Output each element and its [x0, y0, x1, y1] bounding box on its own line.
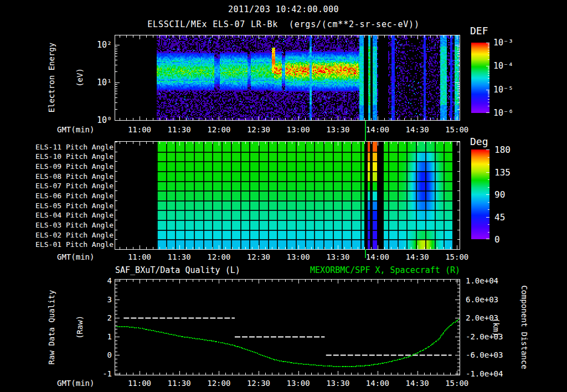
x-tick-label: 13:30	[324, 125, 352, 134]
bottom-panel-left-title: SAF_BXuT/Data Quality (L)	[115, 265, 240, 275]
x-tick-label: 11:00	[126, 252, 153, 261]
row-label: ELS-05 Pitch Angle	[28, 202, 114, 210]
x-tick-label: 14:30	[404, 252, 431, 261]
def-colorbar-tick-label: 10⁻⁵	[493, 85, 513, 95]
row-label: ELS-11 Pitch Angle	[28, 143, 114, 151]
deg-colorbar-tick-label: 90	[494, 189, 505, 200]
def-colorbar	[471, 43, 489, 113]
distance-tick-label: -1.0e+04	[466, 369, 503, 378]
raw-data-quality-axis-line2: (Raw)	[75, 244, 85, 392]
x-tick-label: 15:00	[443, 379, 471, 388]
deg-colorbar-tick-label: 135	[494, 167, 511, 178]
component-distance-axis-line1: Component Distance	[519, 244, 529, 392]
row-label: ELS-03 Pitch Angle	[28, 221, 114, 229]
gmt-axis-label: GMT(min)	[57, 379, 94, 388]
distance-tick-label: 2.0e+03	[466, 313, 498, 322]
x-tick-label: 15:00	[443, 125, 471, 134]
def-colorbar-tick-label: 10⁻⁶	[493, 108, 513, 118]
raw-data-quality-axis-line1: Raw Data Quality	[47, 244, 56, 392]
distance-tick-label: -6.0e+03	[466, 350, 503, 359]
raw-quality-tick-label: 1	[89, 332, 112, 341]
x-tick-label: 12:00	[205, 252, 233, 261]
x-tick-label: 11:30	[166, 252, 193, 261]
x-tick-label: 13:00	[285, 252, 312, 261]
row-label: ELS-07 Pitch Angle	[28, 182, 114, 190]
x-tick-label: 12:30	[245, 252, 272, 261]
bottom-panel-right-title: MEXORBMC/SPF X, Spacecraft (R)	[277, 265, 460, 275]
deg-colorbar-tick-label: 0	[494, 234, 500, 245]
x-tick-label: 14:00	[364, 125, 391, 134]
electron-energy-axis-label: Electron Energy (eV)	[28, 0, 47, 161]
energy-tick-label: 10⁰	[83, 115, 112, 125]
def-colorbar-title: DEF	[470, 25, 488, 37]
deg-colorbar-tick-label: 180	[494, 145, 511, 155]
x-tick-label: 11:00	[126, 125, 153, 134]
electron-energy-axis-line1: Electron Energy	[47, 0, 56, 161]
def-colorbar-tick-label: 10⁻³	[493, 38, 513, 48]
deg-colorbar	[471, 149, 489, 239]
x-tick-label: 13:30	[324, 252, 352, 261]
x-tick-label: 12:30	[245, 125, 272, 134]
gmt-axis-label: GMT(min)	[57, 252, 94, 261]
gmt-axis-label: GMT(min)	[57, 125, 94, 134]
raw-quality-tick-label: 3	[89, 295, 112, 304]
row-label: ELS-06 Pitch Angle	[28, 192, 114, 200]
x-tick-label: 11:30	[166, 125, 193, 134]
quality-distance-panel	[115, 279, 460, 375]
energy-tick-label: 10¹	[83, 78, 112, 87]
x-tick-label: 13:00	[285, 379, 312, 388]
x-tick-label: 12:30	[245, 379, 272, 388]
row-label: ELS-09 Pitch Angle	[28, 162, 114, 171]
x-tick-label: 15:00	[443, 252, 471, 261]
electron-energy-spectrogram-panel	[115, 35, 460, 121]
component-distance-axis-label: Component Distance (km)	[529, 244, 548, 392]
raw-quality-tick-label: 0	[89, 350, 112, 359]
x-tick-label: 11:30	[166, 379, 193, 388]
x-tick-label: 14:30	[404, 125, 431, 134]
raw-quality-tick-label: -1	[89, 369, 112, 378]
x-tick-label: 12:00	[205, 379, 233, 388]
raw-data-quality-axis-label: Raw Data Quality (Raw)	[28, 244, 47, 392]
x-tick-label: 14:00	[364, 379, 391, 388]
x-tick-label: 11:00	[126, 379, 153, 388]
energy-tick-label: 10²	[83, 40, 112, 50]
x-tick-label: 13:00	[285, 125, 312, 134]
deg-colorbar-tick-label: 45	[494, 212, 505, 223]
deg-colorbar-title: Deg	[470, 136, 488, 147]
raw-quality-tick-label: 4	[89, 276, 112, 285]
row-label: ELS-10 Pitch Angle	[28, 152, 114, 161]
distance-tick-label: 6.0e+03	[466, 295, 498, 304]
x-tick-label: 12:00	[205, 125, 233, 134]
row-label: ELS-04 Pitch Angle	[28, 211, 114, 219]
distance-tick-label: 1.0e+04	[466, 276, 498, 285]
row-label: ELS-08 Pitch Angle	[28, 172, 114, 180]
pitch-angle-panel	[115, 141, 460, 250]
raw-quality-tick-label: 2	[89, 313, 112, 322]
def-colorbar-tick-label: 10⁻⁴	[493, 61, 513, 71]
row-label: ELS-02 Pitch Angle	[28, 231, 114, 239]
plot-page: 2011/203 10:42:00.000 ELSSCIL/MEx ELS-07…	[0, 0, 567, 392]
distance-tick-label: -2.0e+03	[466, 332, 503, 341]
x-tick-label: 14:00	[364, 252, 391, 261]
x-tick-label: 13:30	[324, 379, 352, 388]
x-tick-label: 14:30	[404, 379, 431, 388]
row-label: ELS-01 Pitch Angle	[28, 240, 114, 249]
